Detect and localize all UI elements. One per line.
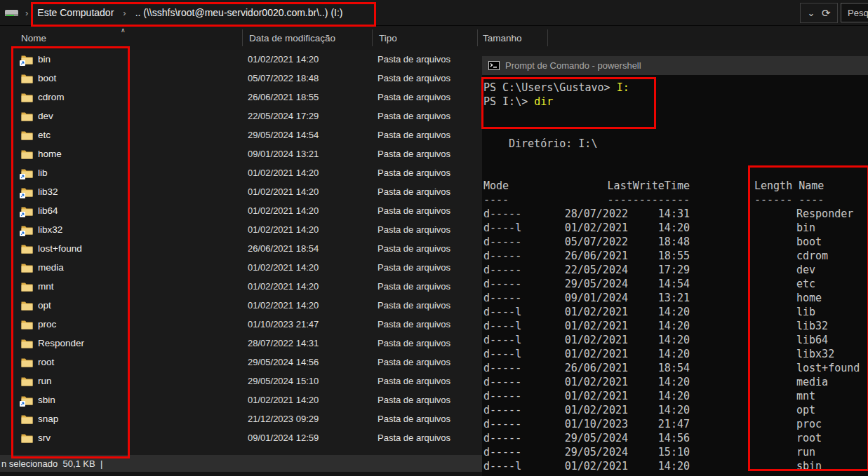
dir-date: 05/07/2022	[545, 235, 628, 249]
dir-name: opt	[796, 403, 815, 417]
file-row[interactable]: boot 05/07/2022 18:48 Pasta de arquivos	[0, 69, 484, 88]
console-dir-row: d-----09/01/202413:21home	[483, 291, 868, 305]
dir-time: 14:20	[628, 389, 690, 403]
file-name: snap	[38, 414, 248, 424]
dir-time: 17:29	[628, 263, 690, 277]
dir-name: cdrom	[796, 249, 828, 263]
dir-time: 14:31	[628, 207, 690, 221]
dir-name: proc	[796, 417, 822, 431]
file-row[interactable]: libx32 01/02/2021 14:20 Pasta de arquivo…	[0, 220, 484, 239]
dir-date: 28/07/2022	[545, 207, 628, 221]
dir-name: Responder	[796, 207, 853, 221]
folder-icon	[21, 168, 33, 178]
status-text: n selecionado 50,1 KB |	[1, 458, 102, 469]
console-dir-row: d-----29/05/202414:54etc	[483, 277, 868, 291]
file-type: Pasta de arquivos	[378, 414, 450, 424]
dir-name: bin	[796, 221, 815, 235]
column-header-type[interactable]: Tipo	[379, 26, 397, 50]
file-row[interactable]: media 01/02/2021 14:20 Pasta de arquivos	[0, 258, 484, 277]
file-row[interactable]: Responder 28/07/2022 14:31 Pasta de arqu…	[0, 334, 484, 353]
file-name: libx32	[38, 224, 248, 235]
file-modified-date: 09/01/2024 12:59	[248, 433, 378, 443]
file-type: Pasta de arquivos	[378, 224, 450, 235]
dir-mode: d-----	[483, 235, 545, 249]
console-dir-row: d-----22/05/202417:29dev	[483, 263, 868, 277]
dir-mode: d-----	[483, 431, 545, 445]
refresh-icon[interactable]: ⟳	[822, 7, 831, 20]
file-type: Pasta de arquivos	[378, 186, 450, 197]
prompt-text: PS I:\>	[483, 95, 528, 108]
breadcrumb-root[interactable]: Este Computador	[33, 7, 118, 18]
dir-name: lost+found	[796, 361, 860, 375]
folder-icon	[21, 376, 33, 386]
column-header-size[interactable]: Tamanho	[483, 26, 522, 50]
file-name: cdrom	[38, 92, 248, 102]
column-divider[interactable]	[547, 29, 548, 46]
file-type: Pasta de arquivos	[378, 376, 450, 386]
file-modified-date: 05/07/2022 18:48	[248, 73, 378, 83]
file-name: dev	[38, 111, 248, 121]
folder-icon	[21, 225, 33, 235]
dir-name: lib64	[796, 333, 828, 347]
file-row[interactable]: root 29/05/2024 14:56 Pasta de arquivos	[0, 353, 484, 372]
file-row[interactable]: opt 01/02/2021 14:20 Pasta de arquivos	[0, 296, 484, 315]
dir-time: 21:47	[628, 417, 690, 431]
file-row[interactable]: cdrom 26/06/2021 18:55 Pasta de arquivos	[0, 88, 484, 107]
file-row[interactable]: lib64 01/02/2021 14:20 Pasta de arquivos	[0, 201, 484, 220]
breadcrumb-chevron-icon[interactable]: ›	[20, 8, 33, 18]
file-name: lost+found	[38, 243, 248, 254]
file-type: Pasta de arquivos	[378, 54, 450, 64]
file-modified-date: 01/02/2021 14:20	[248, 395, 378, 405]
dir-time: 14:20	[628, 319, 690, 333]
file-row[interactable]: dev 22/05/2024 17:29 Pasta de arquivos	[0, 107, 484, 125]
dir-name: dev	[796, 263, 815, 277]
dir-mode: d-----	[483, 263, 545, 277]
terminal-title-bar[interactable]: Prompt de Comando - powershell	[482, 56, 868, 75]
file-type: Pasta de arquivos	[378, 357, 450, 367]
file-modified-date: 01/02/2021 14:20	[248, 224, 378, 235]
dir-date: 09/01/2024	[545, 291, 628, 305]
file-row[interactable]: sbin 01/02/2021 14:20 Pasta de arquivos	[0, 390, 484, 409]
file-type: Pasta de arquivos	[378, 281, 450, 292]
column-divider[interactable]	[477, 29, 478, 46]
file-name: etc	[38, 130, 248, 140]
column-header-name[interactable]: Nome	[21, 26, 46, 50]
shortcut-arrow-icon	[20, 174, 25, 179]
folder-icon	[21, 282, 33, 292]
folder-icon	[21, 130, 33, 140]
column-divider[interactable]	[242, 29, 243, 46]
dir-time: 14:20	[628, 403, 690, 417]
file-row[interactable]: lost+found 26/06/2021 18:54 Pasta de arq…	[0, 239, 484, 258]
address-dropdown-chevron-icon[interactable]: ⌄	[808, 10, 815, 17]
file-row[interactable]: home 09/01/2024 13:21 Pasta de arquivos	[0, 144, 484, 163]
dir-mode: d-----	[483, 277, 545, 291]
file-row[interactable]: srv 09/01/2024 12:59 Pasta de arquivos	[0, 428, 484, 447]
column-divider[interactable]	[372, 29, 373, 46]
file-row[interactable]: mnt 01/02/2021 14:20 Pasta de arquivos	[0, 277, 484, 296]
breadcrumb-path[interactable]: .. (\\sshfs\root@meu-servidor0020.com.br…	[131, 7, 347, 18]
address-bar-buttons: ⌄ ⟳	[800, 3, 838, 23]
breadcrumb-chevron-icon[interactable]: ›	[118, 8, 131, 18]
file-row[interactable]: snap 21/12/2023 09:29 Pasta de arquivos	[0, 409, 484, 428]
file-row[interactable]: lib 01/02/2021 14:20 Pasta de arquivos	[0, 163, 484, 182]
file-name: Responder	[38, 338, 248, 348]
file-type: Pasta de arquivos	[378, 433, 450, 443]
file-modified-date: 28/07/2022 14:31	[248, 338, 378, 348]
file-name: home	[38, 149, 248, 159]
dir-date: 01/02/2021	[545, 403, 628, 417]
file-row[interactable]: lib32 01/02/2021 14:20 Pasta de arquivos	[0, 182, 484, 201]
console-dir-row: d----l01/02/202114:20libx32	[483, 347, 868, 361]
dir-name: sbin	[796, 459, 822, 473]
file-modified-date: 09/01/2024 13:21	[248, 149, 378, 159]
dir-name: boot	[796, 235, 822, 249]
search-input[interactable]: Pesq	[841, 3, 868, 22]
dir-time: 14:54	[628, 277, 690, 291]
file-row[interactable]: run 29/05/2024 15:10 Pasta de arquivos	[0, 372, 484, 390]
file-modified-date: 29/05/2024 14:56	[248, 357, 378, 367]
column-header-modified[interactable]: Data de modificação	[249, 26, 335, 50]
file-row[interactable]: etc 29/05/2024 14:54 Pasta de arquivos	[0, 125, 484, 144]
file-row[interactable]: proc 01/10/2023 21:47 Pasta de arquivos	[0, 315, 484, 334]
dir-mode: d----l	[483, 221, 545, 235]
file-row[interactable]: bin 01/02/2021 14:20 Pasta de arquivos	[0, 50, 484, 69]
folder-icon	[21, 187, 33, 197]
